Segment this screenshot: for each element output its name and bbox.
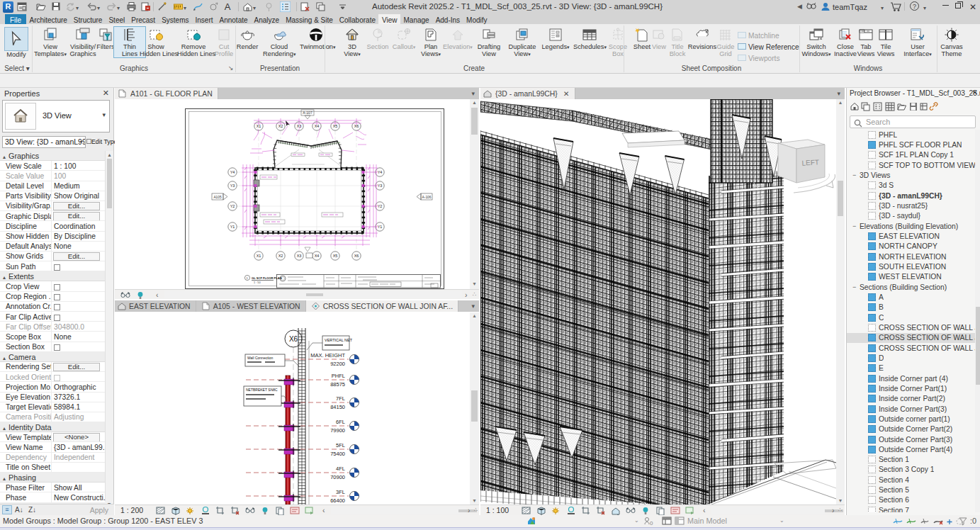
svg-text:Y4: Y4: [378, 170, 383, 174]
svg-text:5FL: 5FL: [336, 442, 345, 449]
svg-text:X2: X2: [278, 254, 283, 258]
svg-text:PHFL: PHFL: [332, 373, 345, 379]
svg-text:6FL: 6FL: [336, 419, 345, 425]
svg-text:0: 0: [650, 520, 653, 526]
svg-text:X6: X6: [354, 254, 359, 258]
svg-text:A-106: A-106: [422, 196, 432, 199]
svg-text:66400: 66400: [330, 497, 345, 504]
svg-text:X3: X3: [297, 254, 302, 258]
svg-text:1 : 50: 1 : 50: [254, 281, 261, 284]
svg-text:Y1: Y1: [378, 225, 383, 229]
svg-text:Y4: Y4: [230, 170, 235, 174]
svg-text:VERTICAL NET: VERTICAL NET: [325, 338, 353, 342]
svg-text:75400: 75400: [330, 451, 345, 457]
svg-text:X4: X4: [315, 254, 320, 258]
svg-text:88575: 88575: [330, 381, 345, 388]
svg-text:X5: X5: [333, 254, 338, 258]
svg-text:X1: X1: [257, 254, 261, 258]
svg-text:LEFT: LEFT: [801, 158, 819, 167]
svg-text:Y2: Y2: [378, 204, 383, 208]
svg-text:X6: X6: [289, 335, 298, 343]
svg-text:Y3: Y3: [230, 184, 235, 188]
svg-text:NETBREKET SN8C: NETBREKET SN8C: [246, 388, 278, 392]
svg-text:84150: 84150: [330, 404, 345, 410]
svg-text:7FL: 7FL: [336, 395, 345, 402]
svg-text:Wall Connection: Wall Connection: [247, 356, 273, 360]
svg-text:79900: 79900: [330, 427, 345, 434]
svg-text:A105: A105: [213, 196, 222, 199]
svg-text:3FL: 3FL: [336, 489, 345, 495]
svg-text:92200: 92200: [330, 361, 345, 367]
svg-text:70900: 70900: [330, 474, 345, 480]
svg-text:Y1: Y1: [230, 225, 235, 229]
svg-text:Y2: Y2: [230, 204, 235, 208]
svg-text:Y3: Y3: [378, 184, 383, 188]
svg-text:A: A: [225, 1, 231, 12]
svg-text:4FL: 4FL: [336, 466, 345, 472]
svg-text:GL SCF FLOOR PLAN: GL SCF FLOOR PLAN: [252, 276, 282, 280]
svg-text:MAX. HEIGHT: MAX. HEIGHT: [310, 352, 345, 359]
svg-text:A-107: A-107: [303, 111, 312, 115]
